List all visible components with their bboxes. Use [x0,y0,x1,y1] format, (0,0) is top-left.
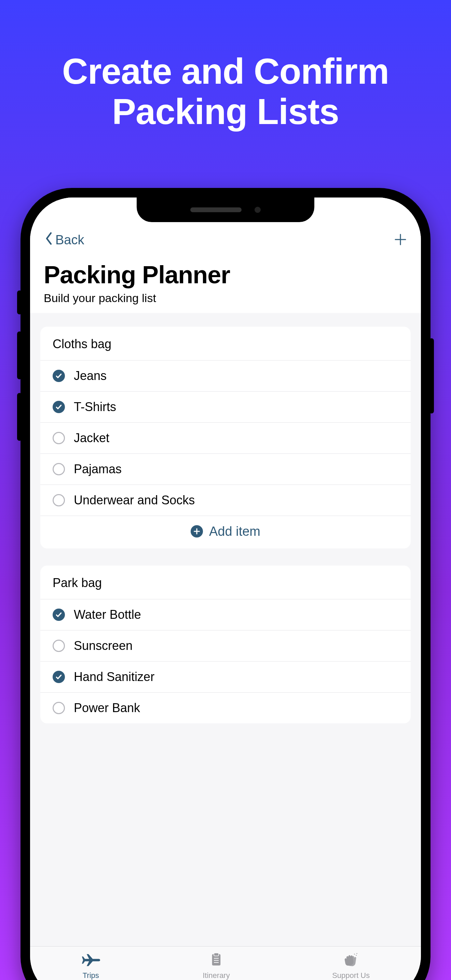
clipboard-icon [207,952,226,969]
svg-point-9 [354,954,355,955]
hero-title: Create and Confirm Packing Lists [0,0,451,132]
plane-icon [81,952,100,969]
item-label: Hand Sanitizer [74,670,154,684]
add-button[interactable] [394,233,407,248]
volume-down-button [17,393,22,441]
phone-frame: Back Packing Planner Build your packing … [21,188,430,980]
page-title: Packing Planner [44,262,407,288]
back-label: Back [56,233,84,247]
item-label: T-Shirts [74,400,116,414]
packing-section: Park bagWater BottleSunscreenHand Saniti… [40,565,411,723]
packing-item[interactable]: Pajamas [40,453,411,485]
packing-item[interactable]: Underwear and Socks [40,485,411,515]
tab-itinerary[interactable]: Itinerary [203,952,230,980]
packing-item[interactable]: Jacket [40,422,411,453]
screen: Back Packing Planner Build your packing … [30,197,421,980]
item-label: Power Bank [74,701,140,715]
tab-bar: TripsItinerarySupport Us [30,946,421,980]
item-label: Jacket [74,431,110,445]
speaker [190,207,241,212]
nav-bar: Back [44,232,407,248]
empty-circle-icon[interactable] [52,432,65,444]
add-item-label: Add item [209,524,260,539]
packing-item[interactable]: Jeans [40,360,411,391]
empty-circle-icon[interactable] [52,702,65,714]
packing-item[interactable]: Water Bottle [40,599,411,630]
tab-support-us[interactable]: Support Us [332,952,370,980]
svg-point-11 [356,953,357,954]
packing-item[interactable]: Power Bank [40,692,411,723]
packing-item[interactable]: T-Shirts [40,391,411,422]
plus-circle-icon [191,525,203,538]
plus-icon [394,242,407,247]
power-button [429,338,434,414]
packing-item[interactable]: Sunscreen [40,630,411,661]
front-camera [254,207,261,213]
clap-icon [341,952,360,969]
svg-point-10 [356,955,357,956]
tab-trips[interactable]: Trips [81,952,100,980]
packing-item[interactable]: Hand Sanitizer [40,661,411,692]
empty-circle-icon[interactable] [52,494,65,506]
chevron-left-icon [44,232,54,248]
notch [137,197,314,222]
item-label: Pajamas [74,462,122,476]
section-title: Cloths bag [40,327,411,360]
section-title: Park bag [40,565,411,599]
checkmark-circle-icon[interactable] [52,401,65,413]
content-area[interactable]: Cloths bagJeansT-ShirtsJacketPajamasUnde… [30,313,421,946]
hero-line-1: Create and Confirm [0,51,451,92]
empty-circle-icon[interactable] [52,463,65,475]
empty-circle-icon[interactable] [52,640,65,652]
item-label: Water Bottle [74,608,141,622]
checkmark-circle-icon[interactable] [52,671,65,683]
item-label: Sunscreen [74,639,133,653]
page-subtitle: Build your packing list [44,291,407,305]
tab-label: Support Us [332,971,370,980]
item-label: Jeans [74,369,106,383]
svg-rect-5 [214,953,219,956]
checkmark-circle-icon[interactable] [52,609,65,621]
packing-section: Cloths bagJeansT-ShirtsJacketPajamasUnde… [40,327,411,549]
mute-switch [17,290,22,314]
volume-up-button [17,331,22,379]
hero-line-2: Packing Lists [0,92,451,132]
tab-label: Trips [83,971,99,980]
checkmark-circle-icon[interactable] [52,370,65,382]
add-item-button[interactable]: Add item [40,515,411,549]
back-button[interactable]: Back [44,232,84,248]
item-label: Underwear and Socks [74,493,195,508]
tab-label: Itinerary [203,971,230,980]
